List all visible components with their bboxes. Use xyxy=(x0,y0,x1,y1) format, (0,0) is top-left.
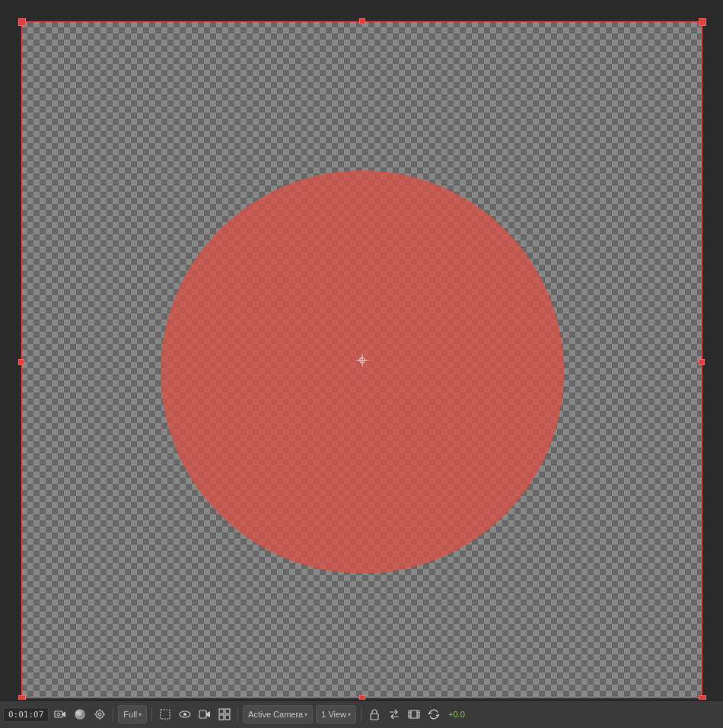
view-preset-dropdown[interactable]: Full ▾ xyxy=(118,705,147,723)
view-count-dropdown[interactable]: 1 View ▾ xyxy=(316,705,356,723)
bottom-toolbar: 0:01:07 xyxy=(0,700,723,728)
sequence-button[interactable] xyxy=(406,706,422,723)
swap-icon xyxy=(388,708,400,720)
svg-rect-17 xyxy=(219,709,224,714)
separator-1 xyxy=(113,707,113,722)
viewport-shading-button[interactable] xyxy=(72,706,88,723)
view-preset-chevron: ▾ xyxy=(139,711,142,718)
handle-top-right[interactable] xyxy=(699,18,706,26)
svg-point-14 xyxy=(184,714,185,714)
sync-button[interactable] xyxy=(425,706,442,723)
offset-value[interactable]: +0.0 xyxy=(445,705,468,723)
handle-middle-left[interactable] xyxy=(18,359,24,365)
separator-2 xyxy=(151,707,152,722)
view-count-chevron: ▾ xyxy=(348,711,351,718)
lock-icon xyxy=(368,708,381,720)
svg-rect-18 xyxy=(225,709,230,714)
render-region-button[interactable] xyxy=(157,706,174,723)
stereo-button[interactable] xyxy=(177,706,193,723)
compositor-icon xyxy=(218,708,231,720)
svg-rect-11 xyxy=(161,710,170,719)
camera-icon xyxy=(54,708,66,720)
handle-top-left[interactable] xyxy=(18,18,26,26)
sequence-icon xyxy=(408,708,420,720)
stereo-icon xyxy=(179,708,191,720)
sync-icon xyxy=(428,708,440,720)
svg-point-5 xyxy=(96,711,104,718)
active-camera-label: Active Camera xyxy=(248,710,303,719)
camera-icon-button[interactable] xyxy=(52,706,68,723)
circle-object[interactable] xyxy=(161,170,564,574)
active-camera-chevron: ▾ xyxy=(304,711,307,718)
overlay-icon xyxy=(94,708,106,720)
handle-top-center[interactable] xyxy=(359,18,365,24)
overlay-button[interactable] xyxy=(91,706,108,723)
view-count-label: 1 View xyxy=(321,710,346,719)
svg-rect-20 xyxy=(225,715,230,720)
compositor-button[interactable] xyxy=(216,706,233,723)
svg-point-6 xyxy=(98,713,101,716)
separator-3 xyxy=(237,707,238,722)
canvas-area xyxy=(21,21,702,698)
handle-middle-right[interactable] xyxy=(699,359,705,365)
camera-swap-button[interactable] xyxy=(196,706,213,723)
view-preset-label: Full xyxy=(123,710,137,719)
svg-point-4 xyxy=(75,710,84,719)
svg-point-13 xyxy=(183,713,186,716)
svg-rect-0 xyxy=(55,711,62,717)
separator-4 xyxy=(361,707,362,722)
viewport xyxy=(0,0,723,700)
svg-rect-22 xyxy=(409,711,419,718)
lock-button[interactable] xyxy=(366,706,383,723)
swap-button[interactable] xyxy=(386,706,403,723)
svg-point-2 xyxy=(57,713,60,716)
svg-rect-19 xyxy=(219,715,224,720)
time-display[interactable]: 0:01:07 xyxy=(3,707,49,722)
render-region-icon xyxy=(159,708,171,720)
active-camera-dropdown[interactable]: Active Camera ▾ xyxy=(243,705,313,723)
svg-rect-21 xyxy=(371,714,378,720)
svg-rect-15 xyxy=(199,711,206,718)
svg-marker-16 xyxy=(206,711,210,717)
shading-icon xyxy=(74,708,86,720)
camera-swap-icon xyxy=(199,708,211,720)
